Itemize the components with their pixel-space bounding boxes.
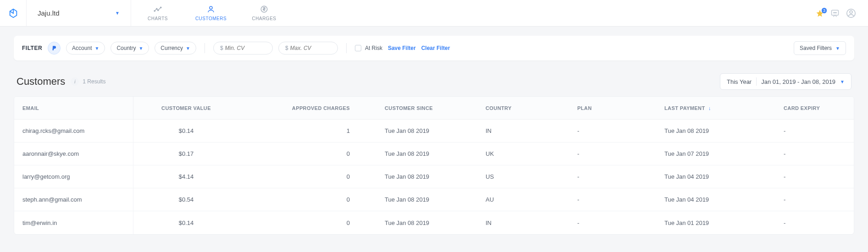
col-value[interactable]: CUSTOMER VALUE: [133, 105, 239, 111]
chevron-down-icon: ▼: [835, 46, 840, 51]
col-card-expiry[interactable]: CARD EXPIRY: [775, 105, 854, 111]
cell-card-expiry: -: [775, 173, 854, 180]
cell-approved: 0: [239, 150, 358, 157]
table-row[interactable]: aaronnair@skye.com$0.170Tue Jan 08 2019U…: [14, 142, 854, 165]
cell-plan: -: [569, 219, 656, 226]
top-tabs: CHARTS CUSTOMERS CHARGES: [131, 0, 291, 26]
cell-email: chirag.rcks@gmail.com: [14, 120, 133, 142]
cell-card-expiry: -: [775, 219, 854, 226]
filter-currency[interactable]: Currency ▼: [155, 42, 196, 55]
cell-approved: 0: [239, 219, 358, 226]
chevron-down-icon: ▼: [840, 79, 845, 84]
cell-value: $0.54: [133, 196, 239, 203]
org-name: Jaju.ltd: [38, 9, 60, 17]
min-cv-input[interactable]: $: [213, 42, 273, 55]
cell-email: larry@getcom.org: [14, 165, 133, 188]
min-cv-field[interactable]: [225, 45, 262, 51]
cell-approved: 1: [239, 127, 358, 134]
filter-bar: FILTER Account ▼ Country ▼ Currency ▼ $: [14, 36, 854, 60]
cell-card-expiry: -: [775, 150, 854, 157]
max-cv-input[interactable]: $: [278, 42, 338, 55]
table-header: EMAIL CUSTOMER VALUE APPROVED CHARGES CU…: [14, 97, 854, 120]
cell-last-payment: Tue Jan 01 2019: [656, 219, 775, 226]
cell-country: AU: [477, 196, 569, 203]
max-cv-field[interactable]: [290, 45, 327, 51]
charges-icon: [260, 5, 268, 14]
cell-plan: -: [569, 150, 656, 157]
cell-card-expiry: -: [775, 196, 854, 203]
cell-since: Tue Jan 08 2019: [358, 173, 477, 180]
cell-plan: -: [569, 127, 656, 134]
col-country[interactable]: COUNTRY: [477, 105, 569, 111]
cell-approved: 0: [239, 196, 358, 203]
table-row[interactable]: tim@erwin.in$0.140Tue Jan 08 2019IN-Tue …: [14, 211, 854, 234]
divider: [205, 43, 205, 53]
table-row[interactable]: chirag.rcks@gmail.com$0.141Tue Jan 08 20…: [14, 120, 854, 142]
divider: [346, 43, 347, 53]
table-row[interactable]: larry@getcom.org$4.140Tue Jan 08 2019US-…: [14, 165, 854, 188]
results-count: 1 Results: [83, 78, 105, 85]
clear-filter-button[interactable]: Clear Filter: [421, 45, 450, 51]
date-range: Jan 01, 2019 - Jan 08, 2019: [761, 78, 835, 85]
cell-since: Tue Jan 08 2019: [358, 219, 477, 226]
top-right-icons: 3: [816, 0, 868, 26]
pill-label: Account: [72, 45, 92, 51]
table-row[interactable]: steph.ann@gmail.com$0.540Tue Jan 08 2019…: [14, 188, 854, 211]
page-content: FILTER Account ▼ Country ▼ Currency ▼ $: [0, 27, 868, 252]
tab-label: CUSTOMERS: [195, 16, 227, 21]
filter-account[interactable]: Account ▼: [66, 42, 105, 55]
cell-country: IN: [477, 127, 569, 134]
at-risk-checkbox[interactable]: At Risk: [355, 45, 382, 51]
cell-last-payment: Tue Jan 04 2019: [656, 173, 775, 180]
table-body: chirag.rcks@gmail.com$0.141Tue Jan 08 20…: [14, 120, 854, 234]
saved-filters-button[interactable]: Saved Filters ▼: [794, 41, 846, 55]
cell-last-payment: Tue Jan 04 2019: [656, 196, 775, 203]
filter-heading: FILTER: [22, 45, 42, 51]
filter-country[interactable]: Country ▼: [111, 42, 149, 55]
sort-down-icon: ↓: [708, 105, 711, 111]
chevron-down-icon: ▼: [115, 11, 120, 16]
cell-since: Tue Jan 08 2019: [358, 150, 477, 157]
svg-point-8: [835, 12, 835, 13]
logo-icon: [8, 8, 18, 18]
col-plan[interactable]: PLAN: [569, 105, 656, 111]
svg-point-7: [834, 12, 834, 13]
checkbox-icon[interactable]: [355, 45, 361, 51]
col-email[interactable]: EMAIL: [14, 97, 133, 119]
org-selector[interactable]: Jaju.ltd ▼: [27, 0, 131, 26]
filter-provider-button[interactable]: [48, 42, 61, 55]
info-icon[interactable]: i: [71, 77, 79, 86]
cell-email: tim@erwin.in: [14, 211, 133, 234]
col-since[interactable]: CUSTOMER SINCE: [358, 105, 477, 111]
tab-charges[interactable]: CHARGES: [238, 0, 291, 26]
app-logo[interactable]: [0, 0, 27, 26]
top-bar: Jaju.ltd ▼ CHARTS CUSTOMERS CHARGES 3: [0, 0, 868, 27]
chevron-down-icon: ▼: [186, 46, 190, 51]
divider: [756, 77, 757, 86]
tab-label: CHARTS: [148, 16, 168, 21]
col-approved[interactable]: APPROVED CHARGES: [239, 105, 358, 111]
dollar-icon: $: [285, 45, 288, 51]
cell-last-payment: Tue Jan 07 2019: [656, 150, 775, 157]
col-last-payment[interactable]: LAST PAYMENT ↓: [656, 105, 775, 111]
cell-since: Tue Jan 08 2019: [358, 196, 477, 203]
save-filter-button[interactable]: Save Filter: [388, 45, 416, 51]
profile-button[interactable]: [846, 8, 856, 18]
date-range-selector[interactable]: This Year Jan 01, 2019 - Jan 08, 2019 ▼: [720, 73, 851, 90]
paypal-icon: [51, 45, 57, 51]
cell-last-payment: Tue Jan 08 2019: [656, 127, 775, 134]
pill-label: Country: [116, 45, 136, 51]
cell-value: $0.14: [133, 127, 239, 134]
cell-since: Tue Jan 08 2019: [358, 127, 477, 134]
tab-charts[interactable]: CHARTS: [131, 0, 184, 26]
cell-plan: -: [569, 196, 656, 203]
tab-customers[interactable]: CUSTOMERS: [184, 0, 238, 26]
favorites-button[interactable]: 3: [816, 9, 824, 17]
chat-button[interactable]: [830, 9, 840, 18]
dollar-icon: $: [220, 45, 223, 51]
cell-value: $4.14: [133, 173, 239, 180]
checkbox-label: At Risk: [365, 45, 382, 51]
tab-label: CHARGES: [252, 16, 276, 21]
customers-table: EMAIL CUSTOMER VALUE APPROVED CHARGES CU…: [14, 96, 854, 235]
cell-email: aaronnair@skye.com: [14, 142, 133, 165]
